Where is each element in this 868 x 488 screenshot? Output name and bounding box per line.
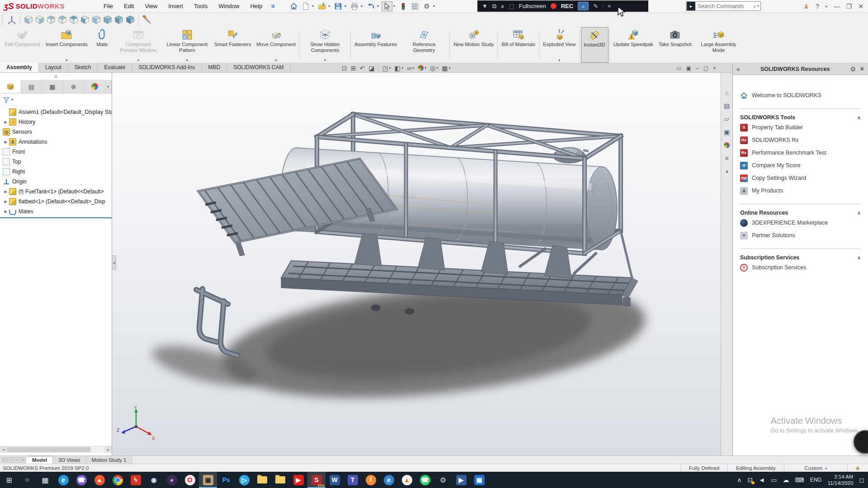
taskbar-clock[interactable]: 2:14 AM 11/14/2020 [828, 474, 854, 487]
save-caret[interactable]: ▾ [344, 4, 348, 8]
apply-scene-icon[interactable]: ◎▾ [429, 64, 439, 73]
hide-show-items-icon[interactable]: ∞▾ [406, 64, 415, 73]
touch-keyboard-icon[interactable]: ⌨ [795, 476, 804, 483]
bill-of-materials-button[interactable]: Bill of Materials [499, 27, 538, 63]
recorder-pen-button[interactable]: ✎ [593, 3, 598, 9]
right-view-icon[interactable] [57, 15, 67, 25]
network-icon[interactable]: ▭ [771, 476, 777, 483]
photos-app[interactable]: ▣ [470, 472, 488, 488]
section-view-icon[interactable]: ◪ [367, 64, 376, 73]
document-tab[interactable]: 3D Views [53, 456, 86, 464]
print-button[interactable] [349, 1, 360, 11]
close-window-button[interactable]: ✕ [858, 3, 863, 10]
documents-folder-app[interactable] [271, 472, 289, 488]
tree-item[interactable]: Front [0, 147, 112, 157]
zoom-to-fit-icon[interactable]: ⊡ [340, 64, 349, 73]
recorder-close-button[interactable]: × [608, 3, 611, 9]
tools-icon[interactable] [142, 15, 152, 25]
command-tab[interactable]: MBD [202, 63, 227, 72]
options-list-button[interactable] [410, 1, 420, 11]
display-style-icon[interactable]: ◧▾ [393, 64, 405, 73]
file-explorer-tab-icon[interactable]: ▱ [722, 114, 731, 123]
new-window-button[interactable]: ▭ [676, 65, 681, 71]
language-indicator[interactable]: ENG [810, 477, 822, 483]
print-caret[interactable]: ▾ [361, 4, 364, 8]
tab-nav-button[interactable]: « [1, 457, 7, 463]
exploded-view-button[interactable]: Exploded View▾ [540, 27, 579, 63]
toolbar-grip[interactable] [2, 15, 4, 25]
tor-browser-app[interactable]: ● [163, 472, 181, 488]
forum-tab-icon[interactable]: ◖ [722, 167, 731, 176]
edit-component-button[interactable]: Edit Component [2, 27, 43, 63]
settings-app[interactable]: ⚙ [434, 472, 452, 488]
record-dot-icon[interactable] [551, 3, 557, 9]
save-button[interactable] [333, 1, 344, 11]
tree-split-bar[interactable] [0, 217, 112, 218]
steam-app[interactable]: ◉ [145, 472, 163, 488]
subscription-services-link[interactable]: SSubscription Services [740, 262, 861, 273]
menu-item[interactable]: View [139, 0, 163, 12]
home-button[interactable] [288, 1, 299, 11]
tree-item[interactable]: Top [0, 157, 112, 167]
show-hidden-components-button[interactable]: Show Hidden Components▾ [301, 27, 349, 63]
screen-recorder-app[interactable]: ▣ [199, 472, 217, 488]
reference-triad-icon[interactable] [7, 15, 17, 25]
previous-view-icon[interactable]: ↶ [358, 64, 366, 73]
telegram-app[interactable]: ▷ [235, 472, 253, 488]
new-document-button[interactable] [300, 1, 311, 11]
welcome-link[interactable]: Welcome to SOLIDWORKS [740, 89, 861, 101]
teams-app[interactable]: T [344, 472, 362, 488]
scroll-thumb[interactable] [7, 447, 90, 452]
select-caret[interactable]: ▾ [393, 4, 397, 8]
graphics-area[interactable]: Y X Z ◂ [112, 73, 721, 455]
record-button[interactable]: REC [561, 3, 573, 9]
pane-pin-icon[interactable]: ✈ [858, 65, 866, 73]
tab-nav-button[interactable]: › [14, 457, 19, 463]
recorder-mode-label[interactable]: Fullscreen [519, 3, 546, 9]
design-library-tab-icon[interactable]: ▤ [722, 101, 731, 110]
pane-split-handle[interactable] [0, 73, 112, 80]
onedrive-icon[interactable]: ☁ [783, 476, 789, 483]
close-doc-button[interactable]: × [713, 65, 716, 71]
search-caret[interactable]: ▾ [757, 4, 760, 8]
copy-settings-wizard-link[interactable]: swCopy Settings Wizard [740, 172, 861, 184]
recorder-region-icon[interactable]: ⬚ [509, 3, 514, 9]
command-tab[interactable]: Assembly [0, 63, 39, 72]
partner-solutions-link[interactable]: ✦Partner Solutions [740, 230, 861, 241]
help-caret[interactable]: ▾ [826, 5, 827, 9]
recorder-magnifier-button[interactable]: ⌕ [578, 2, 589, 10]
assembly-features-button[interactable]: Assembly Features [352, 27, 400, 63]
scroll-right-arrow[interactable]: ▸ [105, 446, 112, 453]
open-caret[interactable]: ▾ [328, 4, 332, 8]
recorder-zoom-icon[interactable]: ⌕ [501, 3, 504, 10]
menu-item[interactable]: Edit [118, 0, 139, 12]
volume-icon[interactable]: ◄ [759, 476, 765, 483]
opera-app[interactable]: O [181, 472, 199, 488]
performance-benchmark-link[interactable]: RxPerformance Benchmark Test [740, 147, 861, 159]
tree-item[interactable]: Sensors [0, 127, 112, 137]
file-explorer-app[interactable] [253, 472, 271, 488]
whatsapp-app[interactable]: ☎ [416, 472, 434, 488]
options-caret[interactable]: ▾ [433, 4, 437, 8]
selection-lights-icon[interactable] [398, 1, 409, 11]
action-center-icon[interactable]: ◻ [859, 476, 864, 483]
collapse-pane-icon[interactable]: « [736, 66, 740, 73]
tab-display-manager[interactable] [84, 80, 105, 93]
tab-feature-manager[interactable] [0, 80, 21, 93]
mate-button[interactable]: Mate [90, 27, 114, 63]
top-view-icon[interactable] [69, 15, 79, 25]
chrome-app[interactable] [108, 472, 127, 488]
viber-app[interactable]: ☎ [72, 472, 90, 488]
youtube-app[interactable]: ▶ [289, 472, 307, 488]
property-tab-builder-link[interactable]: SProperty Tab Builder [740, 122, 861, 133]
isometric-view-icon[interactable] [103, 15, 113, 25]
pane-collapse-tab[interactable]: ◂ [112, 255, 116, 270]
collapse-section-icon[interactable]: ∧ [857, 115, 861, 121]
command-tab[interactable]: Sketch [68, 63, 98, 72]
solidworks-2019-app[interactable]: S 2019 [307, 472, 326, 488]
tab-nav-button[interactable]: ‹ [7, 457, 13, 463]
tree-root-assembly[interactable]: Assem1 (Default<Default_Display State- [0, 107, 112, 117]
task-view-button[interactable]: ▦ [36, 472, 54, 488]
restore-window-button[interactable]: ❐ [846, 3, 852, 10]
configuration-caret[interactable]: ▴ [825, 466, 827, 470]
